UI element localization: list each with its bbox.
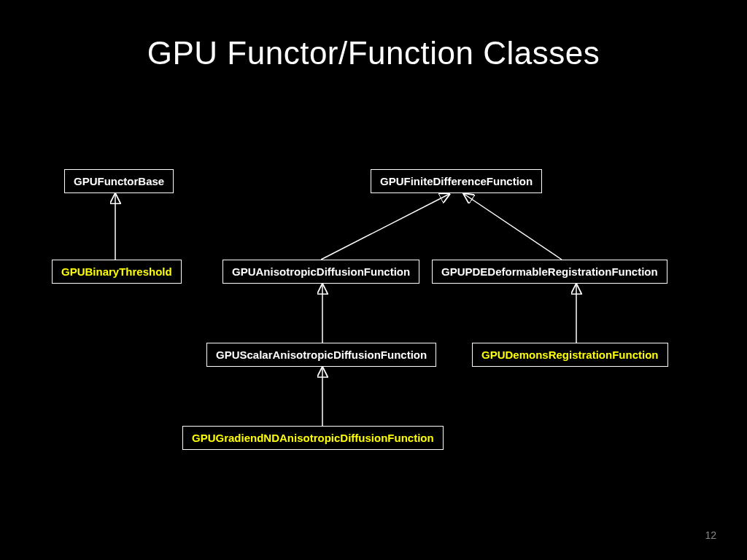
node-label: GPUDemonsRegistrationFunction <box>481 349 659 361</box>
slide-title: GPU Functor/Function Classes <box>0 0 747 71</box>
node-label: GPUBinaryThreshold <box>61 265 172 278</box>
node-label: GPUPDEDeformableRegistrationFunction <box>441 265 658 278</box>
node-pde-deform: GPUPDEDeformableRegistrationFunction <box>432 260 667 284</box>
node-label: GPUFunctorBase <box>74 175 164 187</box>
node-binary-threshold: GPUBinaryThreshold <box>52 260 182 284</box>
node-label: GPUAnisotropicDiffusionFunction <box>232 265 410 278</box>
node-label: GPUGradiendNDAnisotropicDiffusionFunctio… <box>192 432 434 444</box>
page-number: 12 <box>705 529 716 541</box>
node-scalar-aniso: GPUScalarAnisotropicDiffusionFunction <box>206 343 436 367</box>
svg-line-2 <box>321 194 449 260</box>
node-gradient-nd: GPUGradiendNDAnisotropicDiffusionFunctio… <box>182 426 444 450</box>
node-label: GPUScalarAnisotropicDiffusionFunction <box>216 349 427 361</box>
node-aniso-diff: GPUAnisotropicDiffusionFunction <box>222 260 419 284</box>
node-label: GPUFiniteDifferenceFunction <box>380 175 533 187</box>
node-functor-base: GPUFunctorBase <box>64 169 174 193</box>
node-demons-reg: GPUDemonsRegistrationFunction <box>472 343 668 367</box>
node-finite-diff: GPUFiniteDifferenceFunction <box>371 169 542 193</box>
svg-line-3 <box>464 194 562 260</box>
